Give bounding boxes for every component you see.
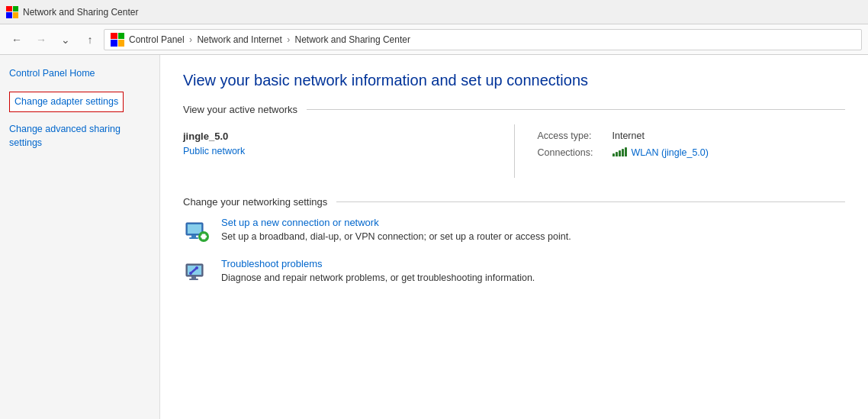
setup-icon-svg (183, 217, 211, 244)
svg-rect-3 (189, 237, 198, 239)
network-right: Access type: Internet Connections: (538, 124, 846, 178)
setup-connection-item: Set up a new connection or network Set u… (183, 217, 845, 244)
setup-connection-text: Set up a new connection or network Set u… (221, 217, 845, 244)
title-bar-title: Network and Sharing Center (23, 7, 138, 18)
access-type-value: Internet (612, 131, 645, 141)
sidebar-link-change-adapter[interactable]: Change adapter settings (9, 92, 124, 113)
page-title: View your basic network information and … (183, 70, 845, 90)
troubleshoot-desc: Diagnose and repair network problems, or… (221, 272, 535, 283)
troubleshoot-link[interactable]: Troubleshoot problems (221, 258, 845, 269)
sidebar: Control Panel Home Change adapter settin… (0, 55, 160, 419)
connections-link[interactable]: WLAN (jingle_5.0) (612, 146, 709, 159)
troubleshoot-text: Troubleshoot problems Diagnose and repai… (221, 258, 845, 285)
sidebar-link-control-panel-home[interactable]: Control Panel Home (9, 67, 150, 81)
address-bar[interactable]: Control Panel › Network and Internet › N… (104, 29, 862, 50)
main-content: Control Panel Home Change adapter settin… (0, 55, 868, 419)
network-left: jingle_5.0 Public network (183, 124, 515, 178)
forward-button[interactable]: → (31, 29, 52, 50)
sidebar-link-change-sharing[interactable]: Change advanced sharing settings (9, 123, 150, 150)
dropdown-button[interactable]: ⌄ (55, 29, 76, 50)
address-path: Control Panel › Network and Internet › N… (129, 34, 410, 45)
connections-label: Connections: (538, 147, 606, 158)
settings-section: Change your networking settings (183, 196, 845, 285)
content-area: View your basic network information and … (160, 55, 868, 419)
troubleshoot-icon (183, 258, 211, 285)
access-type-row: Access type: Internet (538, 131, 846, 141)
active-networks-header: View your active networks (183, 104, 845, 115)
nav-bar: ← → ⌄ ↑ Control Panel › Network and Inte… (0, 24, 868, 55)
address-icon (111, 33, 124, 47)
svg-rect-1 (188, 224, 201, 234)
svg-rect-9 (191, 276, 196, 279)
network-type[interactable]: Public network (183, 146, 245, 156)
title-bar: Network and Sharing Center (0, 0, 868, 24)
settings-header: Change your networking settings (183, 196, 845, 208)
svg-rect-6 (201, 236, 207, 238)
back-button[interactable]: ← (6, 29, 27, 50)
setup-connection-link[interactable]: Set up a new connection or network (221, 217, 845, 228)
title-bar-icon (6, 6, 18, 18)
svg-point-12 (189, 272, 192, 275)
access-type-label: Access type: (538, 131, 606, 141)
network-name: jingle_5.0 (183, 131, 491, 142)
network-info: jingle_5.0 Public network Access type: I… (183, 124, 845, 178)
setup-connection-icon (183, 217, 211, 244)
up-button[interactable]: ↑ (79, 29, 101, 50)
signal-icon (612, 146, 628, 159)
svg-rect-2 (191, 235, 196, 237)
svg-point-13 (195, 266, 198, 269)
connections-row: Connections: WLAN (jingle_5.0) (538, 146, 846, 159)
setup-connection-desc: Set up a broadband, dial-up, or VPN conn… (221, 231, 571, 242)
troubleshoot-icon-svg (183, 258, 211, 285)
svg-rect-10 (189, 279, 198, 280)
troubleshoot-item: Troubleshoot problems Diagnose and repai… (183, 258, 845, 285)
